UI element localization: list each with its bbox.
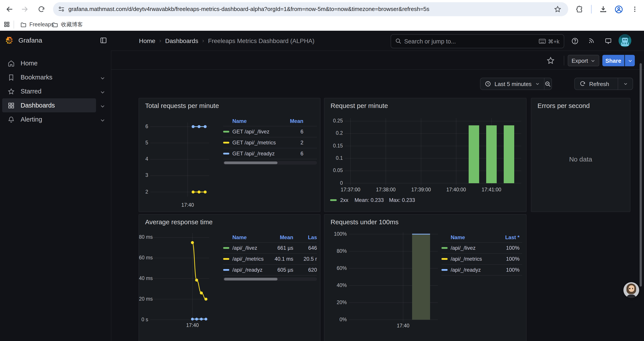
legend-col[interactable]: Last * — [495, 234, 522, 240]
axis-tick-label: 17:39:00 — [411, 187, 431, 192]
sidebar-item-link[interactable]: Starred — [2, 84, 96, 98]
legend-table: NameMeanLas/api/_/livez661 µs646/api/_/m… — [223, 232, 317, 281]
axis-tick-label: 0.05 — [324, 168, 343, 173]
legend-row[interactable]: /api/_/readyz605 µs620 — [223, 265, 317, 276]
legend-scrollbar[interactable] — [223, 277, 317, 281]
vertical-scrollbar-thumb[interactable] — [640, 63, 642, 286]
export-button[interactable]: Export — [568, 55, 599, 66]
extensions-icon[interactable] — [574, 4, 585, 15]
series-name[interactable]: GET /api/_/livez — [232, 129, 280, 135]
legend-col-name[interactable]: Name — [232, 234, 268, 240]
chevron-down-icon — [535, 82, 540, 86]
series-name[interactable]: /api/_/metrics — [451, 256, 495, 262]
dock-menu-icon[interactable] — [100, 37, 108, 46]
forward-button[interactable] — [19, 4, 30, 15]
refresh-icon — [580, 81, 586, 87]
legend-row[interactable]: /api/_/livez661 µs646 — [223, 243, 317, 254]
url-text[interactable]: grafana.mathmast.com/d/deytv4rwavabkb/fr… — [68, 2, 430, 16]
sidebar-item-alerting[interactable]: Alerting — [0, 112, 111, 126]
breadcrumb-separator: › — [159, 37, 161, 44]
bookmark-star-icon[interactable] — [552, 4, 563, 15]
chevron-down-icon — [623, 82, 628, 86]
breadcrumb-home[interactable]: Home — [139, 37, 156, 44]
refresh-interval-button[interactable] — [618, 78, 632, 90]
legend-row[interactable]: /api/_/metrics40.1 ms20.5 r — [223, 254, 317, 265]
sidebar-item-bookmarks[interactable]: Bookmarks — [0, 70, 111, 84]
series-name[interactable]: /api/_/readyz — [232, 267, 268, 273]
chevron-down-icon[interactable] — [100, 75, 105, 80]
search-shortcut: ⌘+k — [539, 35, 560, 48]
zoom-out-button[interactable] — [544, 78, 552, 90]
sidebar-item-home[interactable]: Home — [0, 56, 111, 70]
legend-row[interactable]: /api/_/livez100% — [442, 243, 522, 254]
refresh-group: Refresh — [574, 78, 633, 90]
reload-button[interactable] — [36, 4, 46, 15]
clock-icon — [485, 81, 491, 87]
legend-col[interactable]: Mean — [268, 234, 300, 240]
data-point — [191, 241, 194, 244]
sidebar-item-link[interactable]: Bookmarks — [2, 70, 96, 84]
favorite-star-icon[interactable] — [546, 56, 555, 65]
address-bar[interactable]: grafana.mathmast.com/d/deytv4rwavabkb/fr… — [53, 2, 568, 16]
legend-row[interactable]: /api/_/readyz100% — [442, 265, 522, 276]
help-icon[interactable] — [568, 35, 581, 47]
user-avatar[interactable] — [618, 34, 631, 47]
legend-row[interactable]: /api/_/metrics100% — [442, 254, 522, 265]
panel-title[interactable]: Errors per second — [538, 102, 590, 109]
chart-plot[interactable] — [324, 98, 526, 212]
series-name[interactable]: /api/_/metrics — [232, 256, 268, 262]
panel-average-response-time[interactable]: Average response time 80 ms60 ms40 ms20 … — [138, 214, 320, 341]
share-button[interactable]: Share — [602, 55, 624, 66]
series-color-swatch — [442, 258, 448, 260]
refresh-button[interactable]: Refresh — [575, 78, 614, 90]
legend-col-name[interactable]: Name — [232, 118, 280, 124]
chevron-down-icon[interactable] — [100, 117, 105, 122]
legend-scrollbar[interactable] — [223, 161, 317, 165]
site-settings-icon[interactable] — [56, 4, 67, 15]
sidebar-item-starred[interactable]: Starred — [0, 84, 111, 98]
series-name[interactable]: /api/_/readyz — [451, 267, 495, 273]
monitor-icon[interactable] — [602, 35, 614, 47]
axis-tick-label: 17:40 — [181, 202, 194, 208]
search-input[interactable]: Search or jump to... ⌘+k — [390, 34, 564, 48]
series-name[interactable]: 2xx — [340, 197, 348, 203]
legend-row[interactable]: GET /api/_/readyz6 — [223, 148, 317, 159]
sidebar-item-link[interactable]: Dashboards — [2, 98, 96, 112]
bookmark-folder-blogs[interactable]: 收藏博客 — [49, 20, 86, 30]
sidebar-item-link[interactable]: Alerting — [2, 112, 96, 126]
grafana-logo[interactable] — [5, 36, 14, 45]
panel-requests-under-100ms[interactable]: Requests under 100ms 100%80%60%40%20%0%1… — [324, 214, 526, 341]
legend-col[interactable]: Mean — [280, 118, 317, 124]
legend-scrollbar-thumb[interactable] — [224, 162, 278, 164]
actions-divider — [564, 56, 564, 65]
assistant-avatar[interactable] — [624, 282, 639, 298]
panel-total-requests[interactable]: Total requests per minute 6543217:40Name… — [138, 98, 320, 212]
breadcrumb-dashboards[interactable]: Dashboards — [165, 37, 198, 44]
profile-icon[interactable] — [613, 4, 624, 15]
apps-grid-icon[interactable] — [4, 21, 10, 30]
legend-scrollbar-thumb[interactable] — [224, 278, 278, 280]
news-rss-icon[interactable] — [585, 35, 598, 47]
legend-row[interactable]: GET /api/_/metrics2 — [223, 137, 317, 148]
chevron-down-icon[interactable] — [100, 103, 105, 108]
browser-menu-icon[interactable] — [630, 4, 640, 15]
legend-row[interactable]: GET /api/_/livez6 — [223, 126, 317, 137]
sidebar-item-label: Home — [20, 60, 38, 67]
series-name[interactable]: GET /api/_/metrics — [232, 140, 280, 146]
series-value: 6 — [280, 129, 317, 135]
legend-col-name[interactable]: Name — [451, 234, 495, 240]
panel-request-per-minute[interactable]: Request per minute 0.250.20.150.10.05017… — [324, 98, 526, 212]
chevron-down-icon[interactable] — [100, 89, 105, 94]
share-menu-button[interactable] — [625, 55, 635, 66]
series-name[interactable]: /api/_/livez — [232, 245, 268, 251]
chevron-down-icon — [591, 58, 596, 63]
sidebar-item-link[interactable]: Home — [2, 56, 96, 70]
time-range-picker[interactable]: Last 5 minutes — [480, 78, 544, 90]
series-name[interactable]: GET /api/_/readyz — [232, 151, 280, 157]
legend-col[interactable]: Las — [300, 234, 317, 240]
axis-tick-label: 40% — [324, 282, 347, 288]
panel-errors-per-second[interactable]: Errors per second No data — [531, 98, 630, 212]
downloads-icon[interactable] — [598, 4, 608, 15]
series-name[interactable]: /api/_/livez — [451, 245, 495, 251]
sidebar-item-dashboards[interactable]: Dashboards — [0, 98, 111, 112]
